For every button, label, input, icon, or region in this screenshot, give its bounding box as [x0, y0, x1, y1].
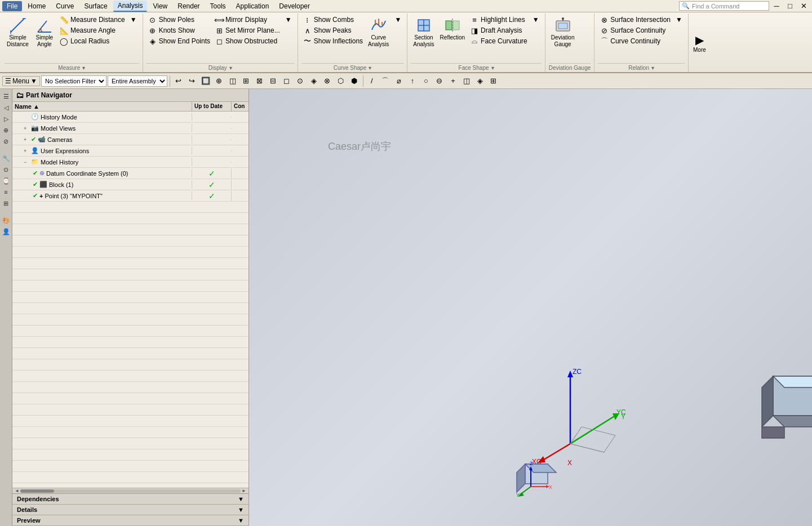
cameras-expand[interactable]: + — [24, 137, 29, 142]
dependencies-panel[interactable]: Dependencies ▼ — [12, 494, 249, 505]
toolbar-btn-17[interactable]: ⌀ — [393, 75, 405, 87]
pn-horizontal-scrollbar[interactable]: ◄ ► — [12, 488, 249, 493]
surface-continuity-button[interactable]: ⊘ Surface Continuity — [598, 25, 672, 35]
col-uptodate[interactable]: Up to Date — [192, 102, 232, 111]
pn-row-history-mode[interactable]: 🕐 History Mode — [12, 112, 249, 123]
menu-developer[interactable]: Developer — [274, 1, 314, 11]
toolbar-btn-22[interactable]: ◫ — [460, 75, 473, 87]
relation-more-button[interactable]: ▼ — [673, 15, 685, 25]
toolbar-btn-24[interactable]: ⊞ — [487, 75, 500, 87]
local-radius-button[interactable]: ◯ Local Radius — [58, 36, 127, 46]
surface-intersection-button[interactable]: ⊗ Surface Intersection — [598, 15, 672, 25]
model-views-expand[interactable]: + — [24, 126, 29, 131]
toolbar-btn-8[interactable]: ⊟ — [267, 75, 279, 87]
measure-group-expand[interactable]: ▾ — [82, 65, 85, 71]
left-icon-2[interactable]: ◁ — [1, 102, 11, 113]
toolbar-btn-15[interactable]: / — [366, 75, 378, 87]
left-icon-11[interactable]: 🎨 — [1, 215, 11, 225]
left-icon-6[interactable]: 🔧 — [1, 153, 11, 163]
toolbar-btn-18[interactable]: ↑ — [406, 75, 419, 87]
menu-button[interactable]: ☰ Menu ▼ — [2, 76, 40, 86]
relation-group-expand[interactable]: ▾ — [651, 65, 654, 71]
toolbar-btn-11[interactable]: ◈ — [308, 75, 320, 87]
left-icon-10[interactable]: ⊞ — [1, 198, 11, 208]
left-icon-4[interactable]: ⊕ — [1, 125, 11, 135]
find-command-box[interactable]: 🔍 Find a Command — [679, 1, 769, 11]
measure-distance-button[interactable]: 📏 Measure Distance — [58, 15, 127, 25]
pn-row-cameras[interactable]: + ✔ 📹 Cameras — [12, 134, 249, 145]
show-poles-button[interactable]: ⊙ Show Poles — [147, 15, 212, 25]
scrollbar-thumb[interactable] — [20, 489, 54, 493]
pn-row-point[interactable]: ✔ + Point (3) "MYPOINT" ✓ — [12, 190, 249, 202]
toolbar-btn-13[interactable]: ⬡ — [335, 75, 347, 87]
menu-tools[interactable]: Tools — [206, 1, 230, 11]
show-combs-button[interactable]: ⫶ Show Combs — [301, 15, 365, 25]
pn-row-datum-coord[interactable]: ✔ ⊕ Datum Coordinate System (0) ✓ — [12, 168, 249, 179]
col-con[interactable]: Con — [232, 102, 249, 111]
pn-row-user-expressions[interactable]: + 👤 User Expressions — [12, 145, 249, 157]
section-analysis-button[interactable]: SectionAnalysis — [411, 15, 436, 50]
menu-view[interactable]: View — [148, 1, 172, 11]
show-inflections-button[interactable]: 〜 Show Inflections — [301, 36, 365, 46]
toolbar-btn-3[interactable]: 🔲 — [199, 75, 212, 87]
toolbar-btn-20[interactable]: ⊖ — [433, 75, 446, 87]
toolbar-btn-2[interactable]: ↪ — [186, 75, 198, 87]
show-peaks-button[interactable]: ∧ Show Peaks — [301, 25, 365, 35]
toolbar-btn-9[interactable]: ◻ — [281, 75, 293, 87]
toolbar-btn-7[interactable]: ⊠ — [254, 75, 266, 87]
menu-file[interactable]: File — [2, 1, 22, 11]
left-icon-8[interactable]: ⌚ — [1, 176, 11, 186]
left-icon-9[interactable]: ≡ — [1, 187, 11, 197]
left-icon-5[interactable]: ⊘ — [1, 136, 11, 146]
toolbar-btn-21[interactable]: + — [447, 75, 459, 87]
reflection-button[interactable]: Reflection — [438, 15, 467, 43]
left-icon-7[interactable]: ⊙ — [1, 164, 11, 175]
draft-analysis-button[interactable]: ◨ Draft Analysis — [468, 25, 529, 35]
deviation-gauge-button[interactable]: DeviationGauge — [549, 15, 577, 50]
toolbar-btn-10[interactable]: ⊙ — [294, 75, 307, 87]
measure-angle-button[interactable]: 📐 Measure Angle — [58, 25, 127, 35]
face-curvature-button[interactable]: ⌓ Face Curvature — [468, 36, 529, 46]
mirror-display-button[interactable]: ⟺ Mirror Display — [213, 15, 282, 25]
toolbar-btn-4[interactable]: ⊕ — [213, 75, 225, 87]
window-restore[interactable]: □ — [784, 0, 796, 12]
menu-render[interactable]: Render — [173, 1, 204, 11]
curve-shape-more-button[interactable]: ▼ — [392, 15, 403, 25]
pn-row-model-views[interactable]: + 📷 Model Views — [12, 123, 249, 134]
left-icon-3[interactable]: ▷ — [1, 114, 11, 124]
menu-curve[interactable]: Curve — [51, 1, 78, 11]
toolbar-btn-12[interactable]: ⊗ — [321, 75, 334, 87]
window-close[interactable]: ✕ — [797, 0, 810, 12]
left-icon-12[interactable]: 👤 — [1, 226, 11, 237]
face-shape-more-button[interactable]: ▼ — [530, 15, 542, 25]
col-name[interactable]: Name ▲ — [12, 102, 192, 111]
simple-distance-button[interactable]: SimpleDistance — [5, 15, 31, 50]
model-history-expand[interactable]: − — [24, 159, 29, 165]
toolbar-btn-23[interactable]: ◈ — [474, 75, 486, 87]
toolbar-btn-1[interactable]: ↩ — [172, 75, 185, 87]
toolbar-btn-14[interactable]: ⬢ — [348, 75, 361, 87]
display-group-expand[interactable]: ▾ — [229, 65, 232, 71]
measure-more-button[interactable]: ▼ — [128, 15, 139, 25]
highlight-lines-button[interactable]: ≡ Highlight Lines — [468, 15, 529, 25]
left-icon-1[interactable]: ☰ — [1, 91, 11, 101]
menu-home[interactable]: Home — [23, 1, 50, 11]
pn-row-block[interactable]: ✔ ⬛ Block (1) ✓ — [12, 179, 249, 190]
scrollbar-arrow-left[interactable]: ◄ — [15, 488, 19, 493]
menu-surface[interactable]: Surface — [79, 1, 112, 11]
scrollbar-track[interactable] — [20, 489, 241, 493]
window-minimize[interactable]: ─ — [770, 0, 783, 12]
curve-analysis-button[interactable]: CurveAnalysis — [366, 15, 391, 50]
viewport[interactable]: Caesar卢尚宇 ZC YC Y XC X — [249, 89, 812, 526]
assembly-dropdown[interactable]: Entire Assembly — [108, 75, 167, 87]
selection-filter-dropdown[interactable]: No Selection Filter — [41, 75, 107, 87]
curve-shape-group-expand[interactable]: ▾ — [369, 65, 371, 71]
user-expressions-expand[interactable]: + — [24, 148, 29, 154]
face-shape-group-expand[interactable]: ▾ — [491, 65, 494, 71]
scrollbar-arrow-right[interactable]: ► — [242, 488, 246, 493]
ribbon-more-button[interactable]: ▶ More — [691, 32, 708, 55]
show-knots-button[interactable]: ⊕ Knots Show — [147, 25, 212, 35]
menu-analysis[interactable]: Analysis — [113, 1, 148, 12]
set-mirror-plane-button[interactable]: ⊞ Set Mirror Plane... — [213, 25, 282, 35]
show-obstructed-button[interactable]: ◻ Show Obstructed — [213, 36, 282, 46]
